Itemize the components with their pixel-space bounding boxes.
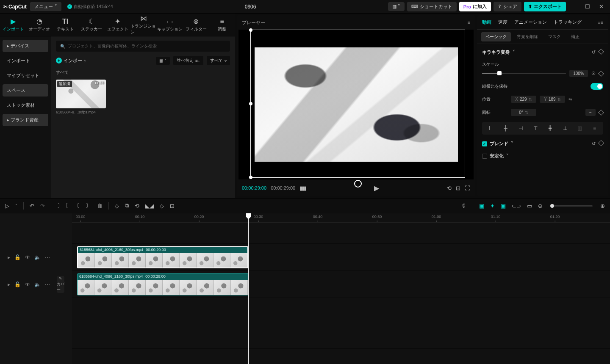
subtab-mask[interactable]: マスク [544,32,565,41]
tab-adjust[interactable]: ≡調整 [209,14,235,36]
align-bottom-icon[interactable]: ⊥ [560,125,570,131]
playhead[interactable] [248,213,249,364]
sidebar-brand[interactable]: ▸ ブランド資産 [3,114,48,126]
align-right-icon[interactable]: ⊣ [515,125,526,131]
track-more-icon[interactable]: ⋯ [45,254,50,260]
track-lock-icon-2[interactable]: 🔓 [14,281,21,287]
rotation-input[interactable]: 0° ⇅ [511,109,536,116]
track-lock-icon[interactable]: 🔓 [14,254,21,260]
copy-icon[interactable]: ⧉ [125,202,129,209]
insp-tab-speed[interactable]: 速度 [498,19,507,25]
section-blend[interactable]: ✓ ブレンド˅ ↺ [482,141,603,147]
tab-sticker[interactable]: ☾ステッカー [78,14,105,36]
sidebar-stock[interactable]: ストック素材 [3,99,48,111]
insp-tab-video[interactable]: 動画 [482,19,491,25]
sidebar-import[interactable]: インポート [3,55,48,67]
shortcut-button[interactable]: ⌨ ショートカット [407,2,457,11]
snap-link-icon[interactable]: ▣ [501,203,506,209]
import-media-button[interactable]: +インポート [56,58,87,64]
minimize-button[interactable]: — [568,3,580,10]
view-mode-select[interactable]: ▦ ˅ [156,57,170,65]
section-kirakira[interactable]: キラキラ変身˅ ↺ [482,49,603,55]
zoom-in-icon[interactable]: ⊕ [600,203,605,209]
reverse-icon[interactable]: ⟲ [135,203,139,209]
pos-x-input[interactable]: X 229 ⇅ [511,96,536,103]
snap-track-icon[interactable]: ✦ [490,203,495,209]
sidebar-device[interactable]: ▸ デバイス [3,40,48,52]
fullscreen-icon[interactable]: ⛶ [465,185,470,191]
tab-filter[interactable]: ⊗フィルター [183,14,209,36]
timeline-clip-1[interactable]: 6185684-uhd_4096_2160_30fps.mp400:00:29:… [77,246,248,268]
section-stabilize[interactable]: 安定化˅ [482,153,603,159]
trim-left-icon[interactable]: 〔 [74,202,80,210]
freeze-icon[interactable]: ◇ [160,203,164,209]
undo-icon[interactable]: ↶ [30,203,34,209]
zoom-out-icon[interactable]: ⊖ [538,203,543,209]
track-collapse-icon[interactable]: ▸ [8,254,10,260]
tab-caption[interactable]: ▭キャプション [157,14,183,36]
subtab-removebg[interactable]: 背景を削除 [513,32,542,41]
reset-icon[interactable]: ↺ [592,50,596,55]
timeline-ruler[interactable]: 00:00 00:10 00:20 00:30 00:40 00:50 01:0… [72,213,610,223]
snap-main-icon[interactable]: ▣ [479,203,484,209]
track-more-icon-2[interactable]: ⋯ [45,281,50,287]
menu-dropdown[interactable]: メニュー ˅ [30,2,61,11]
track-collapse-icon-2[interactable]: ▸ [8,281,10,287]
layout-button[interactable]: ▥ ˅ [388,2,405,11]
track-visible-icon-2[interactable]: 👁 [25,281,30,287]
blend-reset-icon[interactable]: ↺ [592,141,596,146]
align-vcenter-icon[interactable]: ╋ [545,125,555,131]
join-pro-button[interactable]: Proに加入 [459,2,491,11]
cover-button[interactable]: ✎カバー [57,276,64,293]
sort-select[interactable]: 並べ替え ≡↓ [173,56,203,65]
cursor-tool-icon[interactable]: ▷ [5,203,9,209]
crop-icon[interactable]: ⊡ [170,203,175,209]
scale-keyframe-icon[interactable] [598,70,604,76]
subtab-basic[interactable]: ベーシック [481,32,511,41]
export-button[interactable]: ⬆ エクスポート [524,2,566,11]
tab-transition[interactable]: ⋈トランジション [130,14,157,36]
track-mute-icon-2[interactable]: 🔈 [34,281,41,287]
tab-import[interactable]: ▶インポート [0,14,26,36]
snapshot-icon[interactable]: ⟲ [447,185,452,191]
timeline-clip-2[interactable]: 6185684-uhd_4096_2160_30fps.mp400:00:29:… [77,273,248,295]
tab-effect[interactable]: ✦エフェクト [105,14,131,36]
trim-right-icon[interactable]: 〕 [86,202,91,210]
tab-text[interactable]: TIテキスト [52,14,78,36]
distribute-v-icon[interactable]: ≡ [589,125,600,131]
align-left-icon[interactable]: ⊢ [485,125,496,131]
columns-icon[interactable]: ▮▮▮ [299,185,306,191]
mirror-icon[interactable]: ◣◢ [145,203,154,209]
keyframe-icon[interactable] [598,49,604,55]
filter-all-select[interactable]: すべて ▿ [207,56,230,65]
align-top-icon[interactable]: ⊤ [530,125,541,131]
scale-slider[interactable] [482,73,566,74]
player-menu-icon[interactable]: ≡ [468,20,470,25]
pos-y-input[interactable]: Y 189 ⇅ [540,96,565,103]
align-hcenter-icon[interactable]: ┼ [500,125,511,131]
close-button[interactable]: ✕ [596,3,607,10]
delete-icon[interactable]: 🗑 [97,203,103,209]
rotation-keyframe-icon[interactable] [598,109,604,115]
tab-audio[interactable]: ◔オーディオ [26,14,53,36]
marker-icon[interactable]: ◇ [115,203,119,209]
sidebar-mypreset[interactable]: マイプリセット [3,69,48,82]
player-viewport[interactable] [238,30,474,179]
track-visible-icon[interactable]: 👁 [25,254,30,260]
track-mute-icon[interactable]: 🔈 [34,254,41,260]
keep-ratio-toggle[interactable] [591,83,603,90]
link-icon[interactable]: ⇆ [568,97,572,102]
redo-icon[interactable]: ↷ [40,203,45,209]
insp-more-icon[interactable]: »≡ [598,20,603,25]
rotation-extra[interactable]: − [585,109,596,116]
blend-keyframe-icon[interactable] [598,140,604,146]
distribute-h-icon[interactable]: ▥ [574,125,585,131]
preview-icon[interactable]: ▭ [527,203,532,209]
media-thumbnail[interactable]: 追加済 00:29 6185684-u…30fps.mp4 [56,80,106,114]
mic-icon[interactable]: 🎙 [461,203,467,209]
ratio-icon[interactable]: ⊡ [456,185,460,191]
play-button[interactable]: ▶ [374,184,379,192]
share-button[interactable]: ⇪ シェア [494,2,521,11]
magnet-icon[interactable]: ⊂⊃ [512,203,521,209]
subtab-correct[interactable]: 補正 [567,32,584,41]
